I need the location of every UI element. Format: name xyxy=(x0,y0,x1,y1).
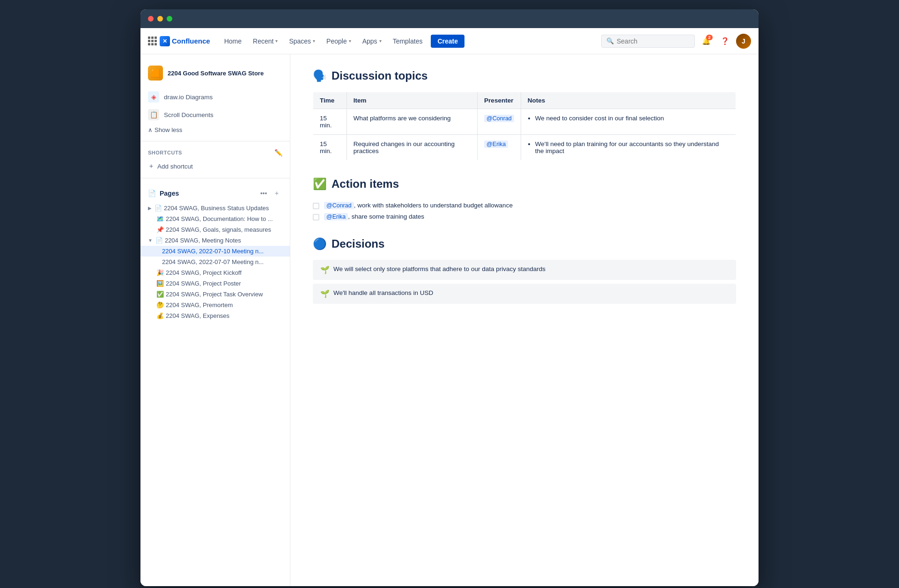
page-icon: 🖼️ xyxy=(156,280,164,287)
page-label: 2204 SWAG, Project Kickoff xyxy=(166,269,242,276)
help-button[interactable]: ❓ xyxy=(717,34,732,49)
page-label: 2204 SWAG, Project Task Overview xyxy=(166,291,263,298)
nav-recent-label: Recent xyxy=(253,37,273,45)
page-icon: 📄 xyxy=(155,237,163,244)
nav-right: 🔍 🔔 2 ❓ J xyxy=(601,34,751,49)
checkbox-0[interactable] xyxy=(313,203,319,209)
grid-icon xyxy=(148,37,157,45)
pages-actions: ••• ＋ xyxy=(258,188,282,199)
action-items-section: ✅ Action items @Conrad, work with stakeh… xyxy=(313,177,736,222)
action-item-1: @Erika, share some training dates xyxy=(313,211,736,222)
sidebar-item-scroll[interactable]: 📋 Scroll Documents xyxy=(140,106,290,124)
pages-label: 📄 Pages xyxy=(148,190,179,197)
page-item-project-kickoff[interactable]: 🎉 2204 SWAG, Project Kickoff xyxy=(140,267,290,278)
table-header-notes: Notes xyxy=(521,92,736,109)
page-label: 2204 SWAG, Premortem xyxy=(166,301,233,309)
page-label: 2204 SWAG, Project Poster xyxy=(166,280,241,287)
pages-more-button[interactable]: ••• xyxy=(258,188,269,199)
page-item-meeting-2022-07-07[interactable]: 2204 SWAG, 2022-07-07 Meeting n... xyxy=(140,257,290,267)
content-area: 🗣️ Discussion topics Time Item Presenter… xyxy=(290,54,759,586)
close-dot[interactable] xyxy=(148,16,154,22)
page-icon: 💰 xyxy=(156,312,164,319)
note-item: We need to consider cost in our final se… xyxy=(535,115,729,122)
minimize-dot[interactable] xyxy=(157,16,163,22)
space-icon: 🟧 xyxy=(148,66,163,81)
nav-apps[interactable]: Apps ▾ xyxy=(358,35,386,48)
action-text-0: @Conrad, work with stakeholders to under… xyxy=(324,202,513,209)
mention-tag: @Erika xyxy=(484,140,508,148)
search-input[interactable] xyxy=(617,37,690,45)
page-item-premortem[interactable]: 🤔 2204 SWAG, Premortem xyxy=(140,300,290,310)
page-item-project-task-overview[interactable]: ✅ 2204 SWAG, Project Task Overview xyxy=(140,289,290,300)
nav-people[interactable]: People ▾ xyxy=(322,35,356,48)
avatar[interactable]: J xyxy=(736,34,751,49)
action-text: , work with stakeholders to understand b… xyxy=(354,202,513,209)
nav-spaces-label: Spaces xyxy=(289,37,311,45)
nav-home[interactable]: Home xyxy=(220,35,246,48)
action-item-0: @Conrad, work with stakeholders to under… xyxy=(313,200,736,211)
page-item-project-poster[interactable]: 🖼️ 2204 SWAG, Project Poster xyxy=(140,278,290,289)
page-item-documentation[interactable]: 🗺️ 2204 SWAG, Documentation: How to ... xyxy=(140,213,290,224)
app-window: ✕ Confluence Home Recent ▾ Spaces ▾ Peop… xyxy=(140,9,759,586)
nav-templates-label: Templates xyxy=(393,37,423,45)
page-icon: 📌 xyxy=(156,226,164,233)
table-header-presenter: Presenter xyxy=(478,92,521,109)
table-row: 15 min. Required changes in our accounti… xyxy=(313,135,736,161)
action-title: Action items xyxy=(332,177,399,191)
pages-add-button[interactable]: ＋ xyxy=(271,188,282,199)
page-label: 2204 SWAG, Documentation: How to ... xyxy=(166,215,273,222)
decisions-title: Decisions xyxy=(332,237,384,250)
decisions-emoji: 🔵 xyxy=(313,237,327,250)
checkbox-1[interactable] xyxy=(313,214,319,220)
table-cell-presenter-0: @Conrad xyxy=(478,109,521,135)
mention-tag: @Conrad xyxy=(324,202,354,209)
page-item-meeting-2022-07-10[interactable]: 2204 SWAG, 2022-07-10 Meeting n... xyxy=(140,246,290,257)
nav-recent[interactable]: Recent ▾ xyxy=(248,35,282,48)
add-shortcut-button[interactable]: ＋ Add shortcut xyxy=(140,159,290,173)
discussion-title: Discussion topics xyxy=(332,69,427,82)
create-button[interactable]: Create xyxy=(431,35,464,48)
page-item-business-status[interactable]: ▶ 📄 2204 SWAG, Business Status Updates xyxy=(140,203,290,213)
scroll-label: Scroll Documents xyxy=(164,111,214,118)
space-header[interactable]: 🟧 2204 Good Software SWAG Store xyxy=(140,62,290,84)
show-less-button[interactable]: ∧ Show less xyxy=(140,124,290,136)
page-icon: ✅ xyxy=(156,291,164,298)
discussion-emoji: 🗣️ xyxy=(313,69,327,82)
confluence-icon: ✕ xyxy=(160,36,170,46)
page-icon: 🗺️ xyxy=(156,215,164,222)
edit-shortcuts-button[interactable]: ✏️ xyxy=(274,149,282,156)
nav-apps-label: Apps xyxy=(362,37,377,45)
sidebar: 🟧 2204 Good Software SWAG Store ◈ draw.i… xyxy=(140,54,290,586)
notifications-button[interactable]: 🔔 2 xyxy=(699,34,714,49)
page-label: 2204 SWAG, Expenses xyxy=(166,312,229,319)
maximize-dot[interactable] xyxy=(167,16,172,22)
search-box[interactable]: 🔍 xyxy=(601,35,695,48)
mention-tag: @Conrad xyxy=(484,115,514,122)
page-tree: ▶ 📄 2204 SWAG, Business Status Updates 🗺… xyxy=(140,201,290,323)
nav-items: Home Recent ▾ Spaces ▾ People ▾ Apps ▾ T… xyxy=(220,35,601,48)
table-cell-time-0: 15 min. xyxy=(313,109,347,135)
divider2 xyxy=(140,178,290,178)
nav-templates[interactable]: Templates xyxy=(388,35,427,48)
page-label: 2204 SWAG, Meeting Notes xyxy=(165,237,241,244)
main-layout: 🟧 2204 Good Software SWAG Store ◈ draw.i… xyxy=(140,54,759,586)
logo[interactable]: ✕ Confluence xyxy=(148,36,210,46)
space-name: 2204 Good Software SWAG Store xyxy=(168,70,264,77)
page-item-expenses[interactable]: 💰 2204 SWAG, Expenses xyxy=(140,310,290,321)
logo-text: Confluence xyxy=(172,37,210,45)
add-shortcut-label: Add shortcut xyxy=(157,163,193,170)
table-cell-time-1: 15 min. xyxy=(313,135,347,161)
search-icon: 🔍 xyxy=(606,37,614,44)
chevron-down-icon: ▾ xyxy=(313,38,315,44)
page-item-goals[interactable]: 📌 2204 SWAG, Goals, signals, measures xyxy=(140,224,290,235)
page-item-meeting-notes[interactable]: ▼ 📄 2204 SWAG, Meeting Notes xyxy=(140,235,290,246)
discussion-table: Time Item Presenter Notes 15 min. What p… xyxy=(313,92,736,161)
sidebar-item-drawio[interactable]: ◈ draw.io Diagrams xyxy=(140,88,290,106)
page-label: 2204 SWAG, 2022-07-10 Meeting n... xyxy=(162,248,264,255)
nav-spaces[interactable]: Spaces ▾ xyxy=(284,35,320,48)
table-cell-notes-0: We need to consider cost in our final se… xyxy=(521,109,736,135)
pages-header: 📄 Pages ••• ＋ xyxy=(140,183,290,201)
divider xyxy=(140,141,290,141)
action-text: , share some training dates xyxy=(348,213,424,220)
discussion-heading: 🗣️ Discussion topics xyxy=(313,69,736,82)
